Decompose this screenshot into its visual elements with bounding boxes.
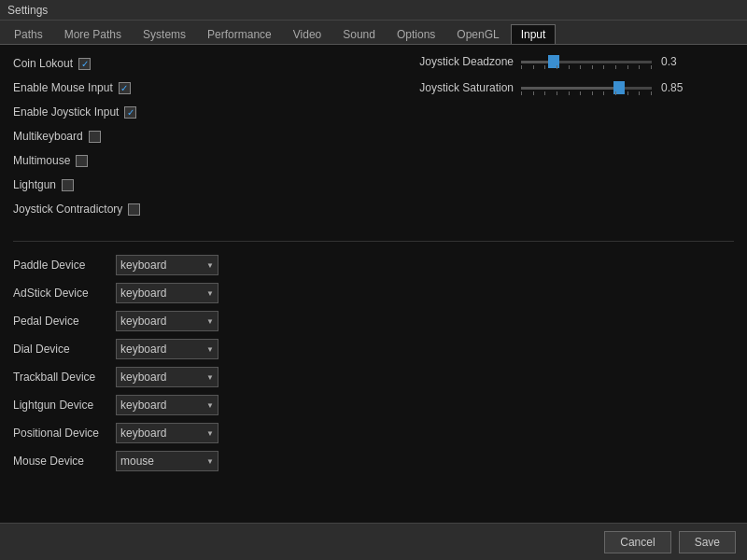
device-label-4: Trackball Device xyxy=(13,371,116,384)
checkbox-4[interactable] xyxy=(76,155,88,167)
option-row-3: Multikeyboard xyxy=(13,127,355,146)
option-row-6: Joystick Contradictory xyxy=(13,200,355,218)
tab-bar: PathsMore PathsSystemsPerformanceVideoSo… xyxy=(0,21,747,45)
cancel-button[interactable]: Cancel xyxy=(604,531,670,553)
device-label-0: Paddle Device xyxy=(13,259,116,272)
option-label-6: Joystick Contradictory xyxy=(13,203,122,216)
device-select-7[interactable]: keyboardmousejoysticknone xyxy=(116,451,218,471)
device-label-7: Mouse Device xyxy=(13,455,116,468)
checkbox-5[interactable] xyxy=(62,179,74,191)
device-row-4: Trackball Devicekeyboardmousejoysticknon… xyxy=(13,366,734,388)
device-select-wrapper-0: keyboardmousejoysticknone xyxy=(116,255,218,275)
bottom-bar: Cancel Save xyxy=(0,523,747,560)
device-select-wrapper-3: keyboardmousejoysticknone xyxy=(116,339,218,359)
checkbox-6[interactable] xyxy=(128,203,140,216)
checkbox-3[interactable] xyxy=(89,131,101,143)
device-label-6: Positional Device xyxy=(13,427,116,440)
right-sliders: Joystick Deadzone0.3Joystick Saturation0… xyxy=(355,54,734,224)
device-row-5: Lightgun Devicekeyboardmousejoysticknone xyxy=(13,394,734,416)
slider-value-0: 0.3 xyxy=(661,55,689,68)
tab-more-paths[interactable]: More Paths xyxy=(54,24,132,44)
checkbox-2[interactable] xyxy=(124,106,136,119)
checkbox-0[interactable] xyxy=(78,58,91,70)
main-content: Coin LokoutEnable Mouse InputEnable Joys… xyxy=(0,45,747,523)
title-bar: Settings xyxy=(0,0,747,21)
tab-paths[interactable]: Paths xyxy=(4,24,53,44)
device-label-3: Dial Device xyxy=(13,343,116,356)
title-text: Settings xyxy=(7,4,48,17)
device-select-1[interactable]: keyboardmousejoysticknone xyxy=(116,283,218,303)
device-select-wrapper-1: keyboardmousejoysticknone xyxy=(116,283,218,303)
option-row-1: Enable Mouse Input xyxy=(13,78,355,97)
device-row-2: Pedal Devicekeyboardmousejoysticknone xyxy=(13,310,734,332)
option-label-1: Enable Mouse Input xyxy=(13,81,113,94)
save-button[interactable]: Save xyxy=(679,531,736,553)
left-options: Coin LokoutEnable Mouse InputEnable Joys… xyxy=(13,54,355,224)
tab-opengl[interactable]: OpenGL xyxy=(446,24,509,44)
slider-label-0: Joystick Deadzone xyxy=(392,55,514,68)
device-select-wrapper-6: keyboardmousejoysticknone xyxy=(116,423,218,443)
slider-row-1: Joystick Saturation0.85 xyxy=(392,80,734,95)
device-select-4[interactable]: keyboardmousejoysticknone xyxy=(116,367,218,387)
device-select-2[interactable]: keyboardmousejoysticknone xyxy=(116,311,218,331)
device-select-wrapper-4: keyboardmousejoysticknone xyxy=(116,367,218,387)
device-select-6[interactable]: keyboardmousejoysticknone xyxy=(116,423,218,443)
slider-1[interactable] xyxy=(521,80,652,95)
tab-options[interactable]: Options xyxy=(387,24,445,44)
device-row-6: Positional Devicekeyboardmousejoystickno… xyxy=(13,422,734,444)
option-label-2: Enable Joystick Input xyxy=(13,105,119,119)
device-label-5: Lightgun Device xyxy=(13,399,116,412)
slider-row-0: Joystick Deadzone0.3 xyxy=(392,54,734,69)
device-select-wrapper-2: keyboardmousejoysticknone xyxy=(116,311,218,331)
option-row-5: Lightgun xyxy=(13,175,355,194)
device-select-3[interactable]: keyboardmousejoysticknone xyxy=(116,339,218,359)
device-select-wrapper-7: keyboardmousejoysticknone xyxy=(116,451,218,471)
device-select-0[interactable]: keyboardmousejoysticknone xyxy=(116,255,218,275)
checkbox-1[interactable] xyxy=(119,82,131,94)
tab-sound[interactable]: Sound xyxy=(332,24,386,44)
option-label-4: Multimouse xyxy=(13,154,70,167)
divider xyxy=(13,241,734,242)
option-label-3: Multikeyboard xyxy=(13,130,83,143)
slider-value-1: 0.85 xyxy=(661,81,689,94)
option-label-5: Lightgun xyxy=(13,178,56,191)
option-row-0: Coin Lokout xyxy=(13,54,355,73)
device-select-5[interactable]: keyboardmousejoysticknone xyxy=(116,395,218,415)
option-label-0: Coin Lokout xyxy=(13,57,73,70)
slider-label-1: Joystick Saturation xyxy=(392,81,514,94)
tab-input[interactable]: Input xyxy=(511,24,557,44)
slider-0[interactable] xyxy=(521,54,652,69)
device-label-2: Pedal Device xyxy=(13,315,116,328)
device-row-0: Paddle Devicekeyboardmousejoysticknone xyxy=(13,254,734,276)
device-row-3: Dial Devicekeyboardmousejoysticknone xyxy=(13,338,734,360)
device-row-7: Mouse Devicekeyboardmousejoysticknone xyxy=(13,450,734,472)
device-row-1: AdStick Devicekeyboardmousejoysticknone xyxy=(13,282,734,304)
option-row-4: Multimouse xyxy=(13,151,355,170)
device-select-wrapper-5: keyboardmousejoysticknone xyxy=(116,395,218,415)
tab-systems[interactable]: Systems xyxy=(133,24,196,44)
device-section: Paddle DevicekeyboardmousejoysticknoneAd… xyxy=(13,254,734,478)
tab-performance[interactable]: Performance xyxy=(197,24,282,44)
option-row-2: Enable Joystick Input xyxy=(13,103,355,121)
tab-video[interactable]: Video xyxy=(283,24,331,44)
device-label-1: AdStick Device xyxy=(13,287,116,300)
